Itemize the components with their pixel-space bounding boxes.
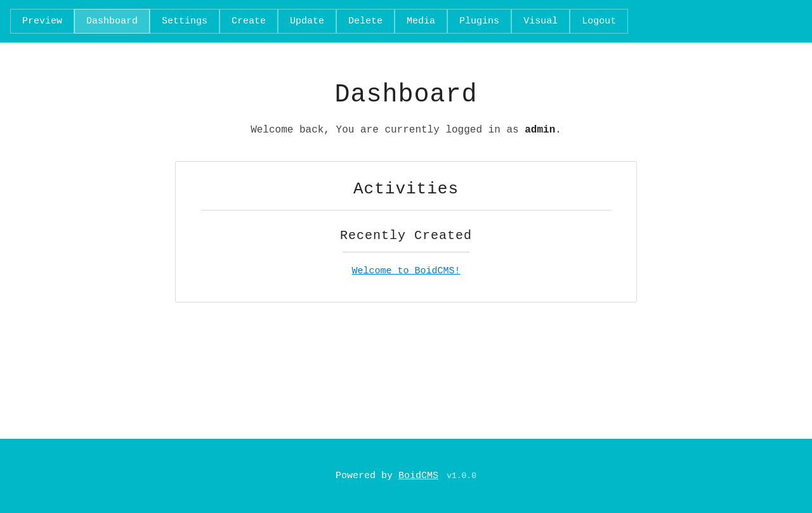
nav-item-plugins[interactable]: Plugins <box>447 9 511 34</box>
nav-item-settings[interactable]: Settings <box>150 9 219 34</box>
activities-title: Activities <box>201 179 611 198</box>
recently-created-section: Recently Created Welcome to BoidCMS! <box>201 228 611 276</box>
footer-version: v1.0.0 <box>447 471 476 481</box>
nav-item-delete[interactable]: Delete <box>336 9 395 34</box>
footer-text: Powered by BoidCMS v1.0.0 <box>13 471 799 481</box>
recently-created-divider <box>343 252 469 252</box>
main-content: Dashboard Welcome back, You are currentl… <box>0 42 812 439</box>
page-title: Dashboard <box>334 81 477 109</box>
main-nav: PreviewDashboardSettingsCreateUpdateDele… <box>0 0 812 42</box>
welcome-message: Welcome back, You are currently logged i… <box>251 124 561 136</box>
activities-divider <box>201 210 611 211</box>
nav-item-visual[interactable]: Visual <box>511 9 570 34</box>
nav-item-create[interactable]: Create <box>219 9 278 34</box>
nav-item-logout[interactable]: Logout <box>570 9 628 34</box>
nav-item-update[interactable]: Update <box>278 9 336 34</box>
recently-created-items: Welcome to BoidCMS! <box>351 265 460 276</box>
recently-created-title: Recently Created <box>340 228 472 243</box>
footer-brand-link[interactable]: BoidCMS <box>398 471 438 481</box>
welcome-prefix: Welcome back, You are currently logged i… <box>251 124 518 136</box>
logged-in-user: admin <box>525 124 555 136</box>
nav-item-dashboard[interactable]: Dashboard <box>74 9 150 34</box>
nav-item-media[interactable]: Media <box>395 9 447 34</box>
footer: Powered by BoidCMS v1.0.0 <box>0 439 812 513</box>
welcome-suffix: . <box>555 124 561 136</box>
nav-item-preview[interactable]: Preview <box>10 9 74 34</box>
powered-by-prefix: Powered by <box>336 471 393 481</box>
activities-box: Activities Recently Created Welcome to B… <box>175 161 637 302</box>
recently-created-link[interactable]: Welcome to BoidCMS! <box>351 266 460 276</box>
